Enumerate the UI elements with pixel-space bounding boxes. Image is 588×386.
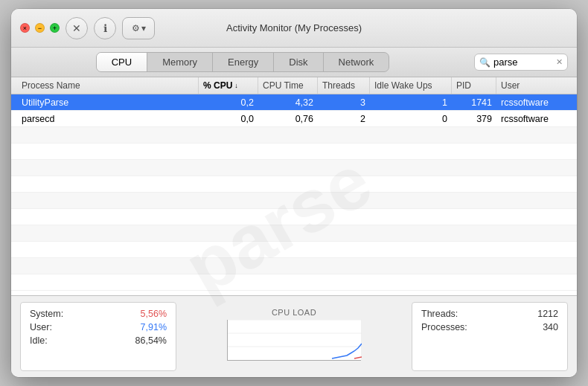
table-row[interactable]: parsecd 0,0 0,76 2 0 379 rcssoftware xyxy=(11,111,577,127)
cell-idle-wake: 1 xyxy=(370,97,452,108)
cell-process-name: parsecd xyxy=(17,114,199,124)
table-row-empty xyxy=(11,258,577,274)
search-box[interactable]: 🔍 ✕ xyxy=(474,54,568,71)
stat-idle-label: Idle: xyxy=(30,335,48,346)
cell-idle-wake: 0 xyxy=(370,114,452,124)
cell-cpu-pct: 0,0 xyxy=(199,114,258,124)
col-header-process-name[interactable]: Process Name xyxy=(17,77,199,94)
col-header-cpu-time[interactable]: CPU Time xyxy=(258,77,318,94)
search-input[interactable] xyxy=(493,57,553,68)
stats-left: System: 5,56% User: 7,91% Idle: 86,54% xyxy=(20,302,176,371)
stat-system-label: System: xyxy=(30,309,63,319)
cell-user: rcssoftware xyxy=(496,97,571,108)
gear-button[interactable]: ⚙ ▾ xyxy=(122,17,155,39)
x-icon: ✕ xyxy=(72,22,81,34)
table-row-empty xyxy=(11,274,577,291)
cpu-load-label: CPU LOAD xyxy=(272,308,316,317)
table-row-empty xyxy=(11,242,577,258)
content-area: parse Process Name % CPU ↓ CPU Time Thre… xyxy=(11,77,577,377)
stat-threads-label: Threads: xyxy=(421,309,458,319)
table-row[interactable]: UtilityParse 0,2 4,32 3 1 1741 rcssoftwa… xyxy=(11,94,577,111)
info-icon: ℹ xyxy=(103,22,107,34)
stat-threads-value: 1212 xyxy=(537,309,558,319)
maximize-button[interactable]: + xyxy=(50,23,60,33)
sort-arrow: ↓ xyxy=(234,82,238,89)
minimize-icon: − xyxy=(38,25,42,32)
col-header-idle-wake[interactable]: Idle Wake Ups xyxy=(370,77,452,94)
stat-processes-label: Processes: xyxy=(421,322,467,332)
close-icon: × xyxy=(23,25,27,32)
table-row-empty xyxy=(11,193,577,209)
chevron-down-icon: ▾ xyxy=(141,23,146,33)
table-row-empty xyxy=(11,127,577,144)
table-row-empty xyxy=(11,176,577,193)
col-header-user[interactable]: User xyxy=(496,77,571,94)
table-body: UtilityParse 0,2 4,32 3 1 1741 rcssoftwa… xyxy=(11,94,577,295)
table-row-empty xyxy=(11,209,577,225)
stat-user-value: 7,91% xyxy=(141,322,167,332)
toolbar-buttons: ✕ ℹ ⚙ ▾ xyxy=(65,17,155,39)
tab-disk[interactable]: Disk xyxy=(274,53,323,71)
minimize-button[interactable]: − xyxy=(35,23,45,33)
tab-network[interactable]: Network xyxy=(324,53,389,71)
column-headers: Process Name % CPU ↓ CPU Time Threads Id… xyxy=(11,77,577,94)
col-header-pid[interactable]: PID xyxy=(452,77,496,94)
tab-group: CPU Memory Energy Disk Network xyxy=(96,52,390,72)
stat-idle: Idle: 86,54% xyxy=(30,335,167,346)
stat-idle-value: 86,54% xyxy=(135,335,167,346)
cell-cpu-pct: 0,2 xyxy=(199,97,258,108)
window-title: Activity Monitor (My Processes) xyxy=(226,22,362,33)
app-window: × − + ✕ ℹ ⚙ ▾ Activity Monitor (My Proce… xyxy=(11,9,577,377)
clear-search-icon[interactable]: ✕ xyxy=(556,57,563,67)
cell-threads: 3 xyxy=(318,97,370,108)
stat-threads: Threads: 1212 xyxy=(421,309,558,319)
cell-cpu-time: 0,76 xyxy=(258,114,318,124)
info-button[interactable]: ℹ xyxy=(94,17,116,39)
maximize-icon: + xyxy=(53,25,57,32)
cell-pid: 379 xyxy=(452,114,496,124)
cell-user: rcssoftware xyxy=(496,114,571,124)
tab-cpu[interactable]: CPU xyxy=(97,53,147,71)
stat-system-value: 5,56% xyxy=(141,309,167,319)
tab-memory[interactable]: Memory xyxy=(147,53,213,71)
x-button[interactable]: ✕ xyxy=(65,17,88,39)
stat-processes-value: 340 xyxy=(543,322,558,332)
table-row-empty xyxy=(11,144,577,160)
stat-user: User: 7,91% xyxy=(30,322,167,332)
cell-pid: 1741 xyxy=(452,97,496,108)
cell-threads: 2 xyxy=(318,114,370,124)
cpu-load-chart xyxy=(227,320,361,361)
stat-user-label: User: xyxy=(30,322,52,332)
table-row-empty xyxy=(11,225,577,242)
tabbar: CPU Memory Energy Disk Network 🔍 ✕ xyxy=(11,48,577,77)
search-icon: 🔍 xyxy=(479,57,490,68)
tab-energy[interactable]: Energy xyxy=(213,53,274,71)
stat-processes: Processes: 340 xyxy=(421,322,558,332)
stats-center: CPU LOAD xyxy=(176,302,412,371)
gear-icon: ⚙ xyxy=(132,23,140,33)
traffic-lights: × − + xyxy=(20,23,60,33)
stats-right: Threads: 1212 Processes: 340 xyxy=(412,302,568,371)
table-row-empty xyxy=(11,160,577,176)
stat-system: System: 5,56% xyxy=(30,309,167,319)
cell-cpu-time: 4,32 xyxy=(258,97,318,108)
cell-process-name: UtilityParse xyxy=(17,97,199,108)
col-header-cpu-pct[interactable]: % CPU ↓ xyxy=(199,77,258,94)
col-header-threads[interactable]: Threads xyxy=(318,77,370,94)
stats-panel: System: 5,56% User: 7,91% Idle: 86,54% C… xyxy=(11,295,577,377)
close-button[interactable]: × xyxy=(20,23,30,33)
titlebar: × − + ✕ ℹ ⚙ ▾ Activity Monitor (My Proce… xyxy=(11,9,577,48)
